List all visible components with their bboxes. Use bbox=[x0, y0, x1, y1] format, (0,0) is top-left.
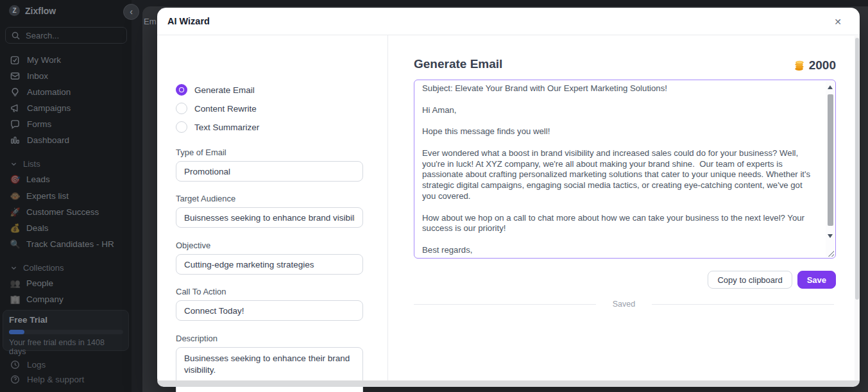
background-tab-email[interactable]: Ema bbox=[144, 17, 157, 26]
monkey-icon: 🐵 bbox=[10, 191, 21, 201]
sidebar-item-company[interactable]: 🏢 Company bbox=[0, 291, 132, 307]
target-audience-input[interactable] bbox=[176, 207, 363, 228]
sidebar-item-help-support[interactable]: Help & support bbox=[0, 371, 132, 387]
my-work-icon bbox=[10, 55, 20, 65]
email-body: Subject: Elevate Your Brand with Our Exp… bbox=[422, 83, 813, 256]
sidebar-item-track-candidates[interactable]: 🔍 Track Candidates - HR bbox=[0, 236, 132, 251]
brand: Z Zixflow bbox=[9, 5, 56, 16]
radio-icon[interactable] bbox=[176, 121, 187, 133]
app-name: Zixflow bbox=[25, 6, 56, 16]
field-type-of-email: Type of Email bbox=[176, 148, 363, 182]
sidebar-item-experts-list[interactable]: 🐵 Experts list bbox=[0, 188, 132, 203]
sidebar-item-label: My Work bbox=[27, 55, 61, 65]
screen: Z Zixflow Search... My Work Inbox Automa… bbox=[0, 0, 868, 392]
backdrop-gap bbox=[132, 0, 142, 392]
sidebar-item-forms[interactable]: Forms bbox=[0, 116, 132, 132]
modal-horizontal-scrollbar[interactable] bbox=[157, 380, 860, 387]
sidebar: Z Zixflow Search... My Work Inbox Automa… bbox=[0, 0, 132, 392]
chat-bubble-icon bbox=[10, 119, 20, 129]
lists-section-header[interactable]: Lists bbox=[0, 157, 132, 171]
list-item-label: People bbox=[26, 278, 53, 288]
scrollbar-thumb[interactable] bbox=[855, 38, 859, 300]
free-trial-note: Your free trial ends in 1408 days bbox=[9, 338, 123, 356]
mode-generate-email[interactable]: Generate Email bbox=[176, 84, 255, 96]
type-of-email-input[interactable] bbox=[176, 161, 363, 182]
sidebar-item-leads[interactable]: 🎯 Leads bbox=[0, 171, 132, 187]
search-placeholder: Search... bbox=[26, 31, 59, 40]
radio-label: Text Summarizer bbox=[194, 123, 259, 132]
chevron-down-icon bbox=[11, 265, 17, 271]
scrollbar-thumb[interactable] bbox=[828, 94, 833, 226]
mode-text-summarizer[interactable]: Text Summarizer bbox=[176, 121, 259, 133]
divider-line bbox=[414, 304, 596, 305]
generated-email-textarea[interactable]: Subject: Elevate Your Brand with Our Exp… bbox=[414, 80, 836, 259]
search-icon bbox=[12, 31, 20, 40]
megaphone-icon bbox=[10, 103, 20, 113]
list-item-label: Experts list bbox=[26, 191, 69, 201]
radio-selected-icon[interactable] bbox=[176, 84, 187, 96]
credits-badge: 2000 bbox=[794, 58, 836, 72]
sidebar-item-automation[interactable]: Automation bbox=[0, 84, 132, 99]
section-label: Collections bbox=[23, 263, 64, 273]
sidebar-item-inbox[interactable]: Inbox bbox=[0, 68, 132, 83]
sidebar-item-label: Dashboard bbox=[27, 135, 69, 145]
sidebar-item-label: Campaigns bbox=[27, 103, 71, 113]
objective-input[interactable] bbox=[176, 254, 363, 275]
result-title: Generate Email bbox=[414, 57, 502, 71]
credits-count: 2000 bbox=[809, 58, 836, 72]
sidebar-item-campaigns[interactable]: Campaigns bbox=[0, 100, 132, 115]
radio-label: Generate Email bbox=[194, 85, 255, 95]
search-input[interactable]: Search... bbox=[5, 27, 127, 44]
modal-header: AI Wizard bbox=[157, 8, 860, 35]
free-trial-progressbar bbox=[9, 330, 123, 334]
free-trial-title: Free Trial bbox=[9, 315, 123, 325]
scroll-down-icon[interactable] bbox=[828, 234, 833, 238]
collections-section-header[interactable]: Collections bbox=[0, 260, 132, 275]
list-item-label: Company bbox=[26, 294, 64, 304]
field-objective: Objective bbox=[176, 241, 363, 275]
sidebar-item-people[interactable]: 👥 People bbox=[0, 275, 132, 291]
section-label: Lists bbox=[23, 159, 40, 169]
field-label: Objective bbox=[176, 241, 363, 250]
field-label: Target Audience bbox=[176, 194, 363, 203]
saved-divider: Saved bbox=[414, 300, 834, 309]
sidebar-item-label: Forms bbox=[27, 119, 51, 129]
radio-label: Content Rewrite bbox=[194, 104, 257, 114]
copy-to-clipboard-button[interactable]: Copy to clipboard bbox=[708, 271, 792, 289]
list-item-label: Deals bbox=[26, 223, 49, 233]
field-label: Type of Email bbox=[176, 148, 363, 157]
free-trial-card: Free Trial Your free trial ends in 1408 … bbox=[3, 310, 129, 351]
result-actions: Copy to clipboard Save bbox=[708, 271, 836, 289]
field-target-audience: Target Audience bbox=[176, 194, 363, 228]
close-icon[interactable]: ✕ bbox=[834, 17, 842, 27]
field-label: Call To Action bbox=[176, 287, 363, 296]
building-icon: 🏢 bbox=[10, 294, 21, 304]
sidebar-item-label: Help & support bbox=[27, 375, 84, 384]
inbox-icon bbox=[10, 71, 20, 81]
scroll-up-icon[interactable] bbox=[828, 85, 833, 89]
sidebar-item-label: Logs bbox=[27, 360, 46, 370]
sidebar-item-customer-success[interactable]: 🚀 Customer Success bbox=[0, 204, 132, 219]
email-scrollbar[interactable] bbox=[826, 81, 835, 257]
coins-icon bbox=[794, 60, 806, 72]
radio-icon[interactable] bbox=[176, 103, 187, 114]
sidebar-item-logs[interactable]: Logs bbox=[0, 357, 132, 372]
sidebar-collapse-button[interactable]: ‹ bbox=[123, 4, 139, 20]
mode-content-rewrite[interactable]: Content Rewrite bbox=[176, 103, 257, 114]
sidebar-item-label: Inbox bbox=[27, 71, 48, 81]
people-icon: 👥 bbox=[10, 278, 21, 288]
sidebar-item-my-work[interactable]: My Work bbox=[0, 52, 132, 67]
call-to-action-input[interactable] bbox=[176, 300, 363, 321]
ai-wizard-modal: AI Wizard ✕ Generate Email Content Rewri… bbox=[157, 8, 860, 387]
modal-vertical-scrollbar[interactable] bbox=[855, 36, 860, 380]
question-circle-icon bbox=[10, 375, 20, 384]
save-button[interactable]: Save bbox=[797, 271, 836, 289]
bar-chart-icon bbox=[10, 135, 20, 145]
sidebar-item-deals[interactable]: 💰 Deals bbox=[0, 220, 132, 235]
rocket-icon: 🚀 bbox=[10, 207, 21, 217]
saved-status: Saved bbox=[613, 300, 635, 309]
modal-title: AI Wizard bbox=[167, 16, 210, 26]
sidebar-item-dashboard[interactable]: Dashboard bbox=[0, 132, 132, 148]
list-item-label: Customer Success bbox=[26, 207, 99, 217]
wizard-form-column: Generate Email Content Rewrite Text Summ… bbox=[157, 35, 388, 380]
